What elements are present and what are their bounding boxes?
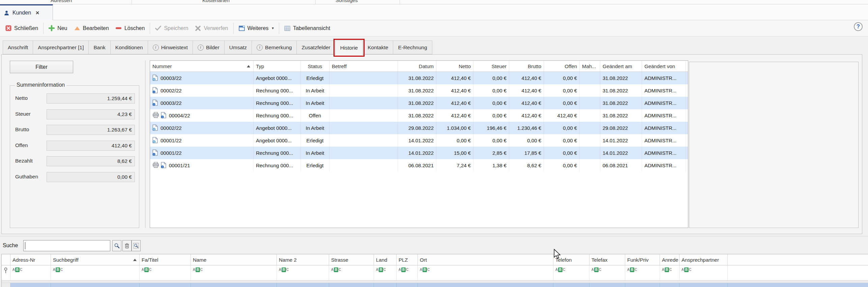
filter-cell-strasse[interactable]: ABC (329, 265, 374, 280)
column-header-ansprechpartner[interactable]: Ansprechpartner (679, 254, 728, 265)
clear-search-button[interactable] (122, 240, 132, 251)
column-header-adressnr[interactable]: Adress-Nr (10, 254, 51, 265)
column-header-geaendert_am[interactable]: Geändert am (600, 61, 642, 71)
tab-ansprechpartner-1[interactable]: Ansprechpartner [1] (33, 40, 89, 54)
filter-cell-funkpriv[interactable]: ABC (625, 265, 660, 280)
filter-cell-adressnr[interactable]: ABC (10, 265, 51, 280)
history-row[interactable]: i00004/22Rechnung 000...Offen31.08.20224… (150, 109, 688, 122)
address-grid-gap (2, 281, 868, 283)
cell-betreff (329, 122, 398, 134)
column-header-ort[interactable]: Ort (418, 254, 553, 265)
toolbar-button-verwerfen[interactable]: Verwerfen (192, 22, 231, 35)
cell-geaendert_am: 06.08.2021 (600, 159, 642, 172)
column-header-betreff[interactable]: Betreff (329, 61, 398, 71)
filter-cell-filler[interactable] (728, 265, 868, 280)
filter-cell-ort[interactable]: ABC (418, 265, 553, 280)
column-label: Status (308, 63, 322, 69)
filter-cell-telefon[interactable]: ABC (553, 265, 589, 280)
tab-umsatz[interactable]: Umsatz (224, 40, 252, 54)
tab-e-rechnung[interactable]: E-Rechnung (393, 40, 432, 54)
column-header-name[interactable]: Name (191, 254, 277, 265)
filter-cell-name[interactable]: ABC (191, 265, 277, 280)
toolbar-button-loeschen[interactable]: Löschen (112, 22, 148, 35)
history-row[interactable]: i00002/22Rechnung 000...In Arbeit31.08.2… (150, 84, 688, 97)
search-button[interactable] (112, 240, 121, 251)
panel-splitter[interactable] (145, 60, 146, 228)
column-header-filler[interactable] (728, 254, 868, 265)
history-row[interactable]: i00001/22Rechnung 000...In Arbeit14.01.2… (150, 147, 688, 159)
tab-close-icon[interactable]: ✕ (35, 10, 39, 16)
svg-text:i: i (162, 165, 163, 168)
history-table-header: NummerTypStatusBetreffDatumNettoSteuerBr… (150, 61, 688, 72)
column-header-datum[interactable]: Datum (398, 61, 436, 71)
column-header-plz[interactable]: PLZ (397, 254, 418, 265)
tab-kontakte[interactable]: Kontakte (363, 40, 393, 54)
window-tab-kunden[interactable]: Kunden ✕ (0, 4, 53, 20)
column-label: PLZ (399, 257, 408, 263)
search-input[interactable] (23, 240, 110, 251)
column-header-netto[interactable]: Netto (436, 61, 473, 71)
filter-button[interactable]: Filter (10, 61, 73, 73)
history-row[interactable]: i00003/22Rechnung 000...In Arbeit31.08.2… (150, 97, 688, 109)
filter-cell-telefax[interactable]: ABC (589, 265, 625, 280)
history-row[interactable]: €00001/22Angebot 0000...Erledigt14.01.20… (150, 134, 688, 147)
rechnung-document-icon: i (161, 162, 166, 169)
column-header-offen[interactable]: Offen (544, 61, 580, 71)
toolbar-button-tabellenansicht[interactable]: Tabellenansicht (281, 22, 334, 35)
sum-field-netto: Netto1.259,44 € (10, 93, 139, 104)
selected-row-indicator (2, 283, 10, 287)
tab-konditionen[interactable]: Konditionen (110, 40, 148, 54)
toolbar-button-speichern[interactable]: Speichern (152, 22, 192, 35)
column-header-steuer[interactable]: Steuer (473, 61, 509, 71)
filter-cell-name2[interactable]: ABC (277, 265, 329, 280)
address-grid-selected-row[interactable] (2, 283, 868, 287)
column-header-telefon[interactable]: Telefon (553, 254, 589, 265)
svg-text:€: € (153, 78, 155, 81)
tab-zusatzfelder[interactable]: Zusatzfelder (296, 40, 335, 54)
history-row[interactable]: €00003/22Angebot 0000...Erledigt31.08.20… (150, 72, 688, 84)
filter-cell-suchbegriff[interactable]: ABC (51, 265, 140, 280)
history-row[interactable]: i00001/21Rechnung 000...Erledigt06.08.20… (150, 159, 688, 172)
tab-bemerkung[interactable]: iBemerkung (252, 40, 297, 54)
toolbar-button-weiteres[interactable]: Weiteres▾ (235, 22, 277, 35)
filter-cell-plz[interactable]: ABC (397, 265, 418, 280)
tab-hinweistext[interactable]: iHinweistext (148, 40, 193, 54)
advanced-search-button[interactable] (132, 240, 141, 251)
filter-cell-ansprechpartner[interactable]: ABC (679, 265, 728, 280)
column-header-nummer[interactable]: Nummer (150, 61, 254, 71)
cell-brutto: 8,62 € (509, 159, 544, 172)
tab-bilder[interactable]: iBilder (193, 40, 225, 54)
column-header-mah[interactable]: Mah... (580, 61, 600, 71)
tab-bank[interactable]: Bank (88, 40, 110, 54)
column-header-status[interactable]: Status (301, 61, 329, 71)
pin-icon[interactable] (2, 265, 10, 280)
toolbar-button-neu[interactable]: Neu (45, 22, 70, 35)
column-header-funkpriv[interactable]: Funk/Priv (625, 254, 660, 265)
filter-cell-anrede[interactable]: ABC (660, 265, 679, 280)
tab-historie[interactable]: Historie (335, 40, 363, 55)
column-header-typ[interactable]: Typ (254, 61, 301, 71)
filter-cell-land[interactable]: ABC (374, 265, 397, 280)
cell-geaendert_von: ADMINISTR... (642, 159, 686, 172)
toolbar-button-schliessen[interactable]: Schließen (2, 22, 41, 35)
toolbar-button-label: Schließen (14, 25, 38, 31)
printer-icon (152, 162, 159, 169)
column-header-anrede[interactable]: Anrede (660, 254, 679, 265)
column-header-name2[interactable]: Name 2 (277, 254, 329, 265)
toolbar-button-bearbeiten[interactable]: Bearbeiten (71, 22, 112, 35)
column-header-fatitel[interactable]: Fa/Titel (140, 254, 191, 265)
column-header-suchbegriff[interactable]: Suchbegriff (51, 254, 140, 265)
column-header-geaendert_von[interactable]: Geändert von (642, 61, 686, 71)
selected-cell-fatitel (140, 283, 191, 287)
column-header-strasse[interactable]: Strasse (329, 254, 374, 265)
column-header-land[interactable]: Land (374, 254, 397, 265)
column-header-brutto[interactable]: Brutto (509, 61, 544, 71)
filter-cell-fatitel[interactable]: ABC (140, 265, 191, 280)
cell-typ: Rechnung 000... (254, 84, 301, 97)
window-tab-label: Kunden (12, 10, 31, 16)
help-button[interactable]: ? (854, 22, 863, 31)
column-header-telefax[interactable]: Telefax (589, 254, 625, 265)
toolbar: SchließenNeuBearbeitenLöschenSpeichernVe… (0, 20, 868, 36)
history-row[interactable]: €00002/22Angebot 0000...In Arbeit29.08.2… (150, 122, 688, 134)
tab-anschrift[interactable]: Anschrift (3, 40, 33, 54)
